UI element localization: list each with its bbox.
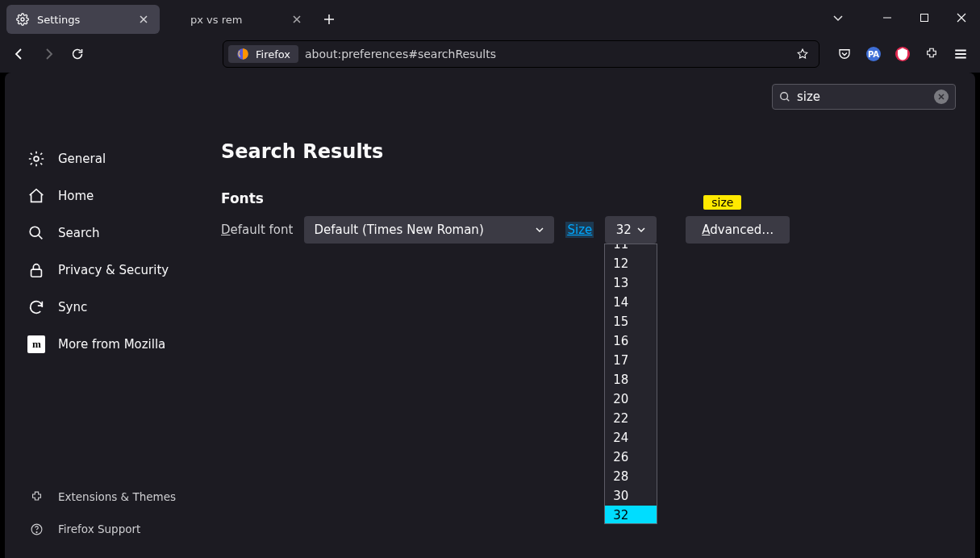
sidebar-item-mozilla[interactable]: m More from Mozilla (11, 327, 192, 361)
close-icon[interactable] (290, 13, 303, 26)
sidebar: General Home Search Privacy & Security S… (5, 73, 198, 558)
help-icon (27, 520, 45, 538)
ublock-icon (895, 47, 910, 61)
size-option-18[interactable]: 18 (605, 370, 657, 389)
back-button[interactable] (6, 41, 32, 67)
close-icon[interactable] (137, 13, 150, 26)
size-option-16[interactable]: 16 (605, 331, 657, 351)
maximize-button[interactable] (906, 0, 943, 35)
search-highlight-tooltip: size (703, 195, 741, 210)
size-option-24[interactable]: 24 (605, 428, 657, 448)
ublock-button[interactable] (890, 41, 915, 67)
tab-px-vs-rem[interactable]: px vs rem (160, 5, 313, 34)
default-font-label: Default font (221, 223, 293, 237)
font-size-value: 32 (616, 223, 632, 237)
gear-icon (16, 13, 29, 26)
sidebar-item-general[interactable]: General (11, 142, 192, 176)
size-option-26[interactable]: 26 (605, 448, 657, 467)
size-option-11[interactable]: 11 (605, 244, 657, 254)
sidebar-item-search[interactable]: Search (11, 216, 192, 250)
minimize-button[interactable] (869, 0, 906, 35)
clear-search-button[interactable] (934, 90, 949, 104)
size-option-17[interactable]: 17 (605, 351, 657, 370)
page-title: Search Results (221, 140, 956, 163)
tab-title: px vs rem (190, 14, 282, 26)
main-content: size Search Results Fonts Default font D… (198, 73, 975, 558)
search-value: size (797, 90, 928, 104)
size-option-32[interactable]: 32 (605, 506, 657, 523)
sidebar-item-label: Extensions & Themes (58, 490, 176, 503)
settings-search-input[interactable]: size (772, 84, 956, 110)
font-size-dropdown[interactable]: 111213141516171820222426283032 (604, 244, 657, 524)
home-icon (27, 187, 45, 205)
size-label: Size (565, 222, 594, 238)
mozilla-icon: m (27, 335, 45, 353)
svg-rect-1 (921, 15, 928, 22)
sidebar-item-label: More from Mozilla (58, 337, 165, 352)
forward-button[interactable] (35, 41, 61, 67)
advanced-label: Advanced… (702, 223, 774, 237)
list-all-tabs-button[interactable] (824, 0, 853, 35)
search-icon (779, 91, 790, 102)
identity-label: Firefox (256, 48, 290, 60)
pocket-button[interactable] (832, 41, 857, 67)
toolbar-right: PA (832, 41, 974, 67)
size-option-12[interactable]: 12 (605, 254, 657, 273)
svg-rect-5 (31, 269, 42, 277)
sidebar-item-label: Privacy & Security (58, 263, 169, 277)
svg-point-7 (35, 531, 36, 532)
new-tab-button[interactable] (316, 6, 342, 32)
tab-settings[interactable]: Settings (6, 5, 160, 34)
size-option-13[interactable]: 13 (605, 273, 657, 293)
svg-point-4 (30, 227, 40, 236)
sidebar-item-extensions[interactable]: Extensions & Themes (11, 482, 192, 511)
search-icon (27, 224, 45, 242)
window-controls (869, 0, 980, 35)
svg-point-3 (34, 156, 39, 161)
sidebar-item-sync[interactable]: Sync (11, 290, 192, 324)
advanced-fonts-button[interactable]: size Advanced… (686, 216, 790, 244)
tab-strip: Settings px vs rem (6, 0, 342, 35)
lock-icon (27, 261, 45, 279)
bookmark-star-button[interactable] (791, 43, 814, 65)
font-size-select[interactable]: 32 111213141516171820222426283032 (605, 216, 657, 244)
fonts-row: Default font Default (Times New Roman) S… (221, 216, 956, 244)
puzzle-icon (27, 488, 45, 506)
svg-point-0 (21, 18, 24, 21)
identity-box[interactable]: Firefox (228, 45, 298, 63)
firefox-icon (236, 48, 249, 60)
size-option-14[interactable]: 14 (605, 293, 657, 312)
sidebar-item-label: Firefox Support (58, 523, 140, 535)
chevron-down-icon (535, 225, 544, 235)
titlebar: Settings px vs rem (0, 0, 980, 35)
sidebar-item-label: General (58, 152, 106, 166)
extensions-button[interactable] (919, 41, 945, 67)
chevron-down-icon (636, 225, 646, 235)
nav-toolbar: Firefox about:preferences#searchResults … (0, 35, 980, 73)
size-option-28[interactable]: 28 (605, 467, 657, 486)
gear-icon (27, 150, 45, 168)
section-fonts: Fonts (221, 190, 956, 206)
globe-icon (169, 13, 182, 26)
sidebar-item-label: Home (58, 189, 94, 203)
size-option-20[interactable]: 20 (605, 389, 657, 409)
size-option-22[interactable]: 22 (605, 409, 657, 428)
tab-title: Settings (37, 14, 129, 26)
sync-icon (27, 298, 45, 316)
size-option-30[interactable]: 30 (605, 486, 657, 506)
url-bar[interactable]: Firefox about:preferences#searchResults (223, 40, 819, 68)
app-menu-button[interactable] (948, 41, 974, 67)
sidebar-item-support[interactable]: Firefox Support (11, 514, 192, 543)
sidebar-item-label: Search (58, 226, 100, 240)
account-button[interactable]: PA (861, 41, 886, 67)
sidebar-item-label: Sync (58, 300, 87, 314)
preferences-page: General Home Search Privacy & Security S… (5, 73, 975, 558)
reload-button[interactable] (65, 41, 90, 67)
default-font-value: Default (Times New Roman) (314, 223, 483, 237)
account-avatar: PA (866, 47, 881, 61)
sidebar-item-home[interactable]: Home (11, 179, 192, 213)
sidebar-item-privacy[interactable]: Privacy & Security (11, 253, 192, 287)
close-window-button[interactable] (943, 0, 980, 35)
size-option-15[interactable]: 15 (605, 312, 657, 331)
default-font-select[interactable]: Default (Times New Roman) (304, 216, 554, 244)
